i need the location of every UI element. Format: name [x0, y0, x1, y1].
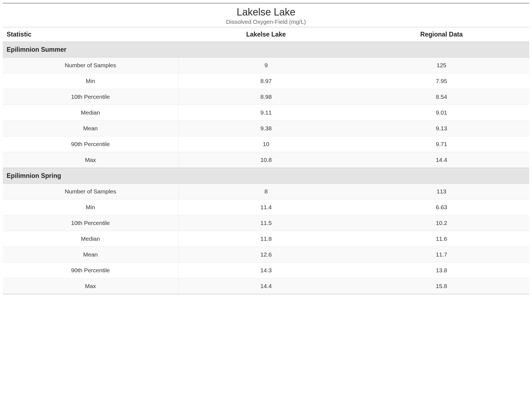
- stat-value-site: 11.5: [178, 215, 354, 231]
- col-header-regional: Regional Data: [354, 27, 529, 42]
- stat-value-site: 10: [178, 136, 354, 152]
- stat-label: Min: [3, 73, 178, 89]
- stat-value-regional: 9.13: [354, 121, 529, 136]
- stat-label: Median: [3, 231, 178, 247]
- stat-value-regional: 11.6: [354, 231, 529, 247]
- stat-label: Mean: [3, 247, 178, 263]
- stat-value-regional: 13.8: [354, 263, 529, 278]
- stat-label: 90th Percentile: [3, 136, 178, 152]
- stat-label: Mean: [3, 121, 178, 136]
- section-header: Epilimnion Spring: [3, 168, 529, 184]
- stat-value-site: 11.8: [178, 231, 354, 247]
- stat-value-site: 10.8: [178, 152, 354, 168]
- stat-value-regional: 125: [354, 58, 529, 73]
- stat-value-regional: 9.01: [354, 105, 529, 121]
- stat-label: Max: [3, 278, 178, 294]
- stat-value-regional: 113: [354, 184, 529, 200]
- section-header: Epilimnion Summer: [3, 42, 529, 58]
- stat-label: 90th Percentile: [3, 263, 178, 278]
- stat-value-site: 8.98: [178, 89, 354, 105]
- stat-value-site: 9: [178, 58, 354, 73]
- stat-value-regional: 9.71: [354, 136, 529, 152]
- stat-value-regional: 7.95: [354, 73, 529, 89]
- stat-value-site: 9.38: [178, 121, 354, 136]
- page-title: Lakelse Lake: [3, 6, 529, 18]
- stat-label: Max: [3, 152, 178, 168]
- stat-value-regional: 8.54: [354, 89, 529, 105]
- page-subtitle: Dissolved Oxygen-Field (mg/L): [3, 19, 529, 25]
- stat-value-regional: 6.63: [354, 200, 529, 215]
- stat-value-site: 9.11: [178, 105, 354, 121]
- stat-value-site: 8: [178, 184, 354, 200]
- stat-value-site: 12.6: [178, 247, 354, 263]
- stat-value-site: 14.4: [178, 278, 354, 294]
- col-header-statistic: Statistic: [3, 27, 178, 42]
- stat-label: 10th Percentile: [3, 215, 178, 231]
- stat-value-regional: 11.7: [354, 247, 529, 263]
- stat-value-site: 8.97: [178, 73, 354, 89]
- stat-label: Min: [3, 200, 178, 215]
- stat-label: 10th Percentile: [3, 89, 178, 105]
- stat-label: Number of Samples: [3, 184, 178, 200]
- table-header-block: Lakelse Lake Dissolved Oxygen-Field (mg/…: [3, 4, 529, 27]
- stat-label: Number of Samples: [3, 58, 178, 73]
- stat-value-site: 14.3: [178, 263, 354, 278]
- stat-value-regional: 10.2: [354, 215, 529, 231]
- stats-table: Statistic Lakelse Lake Regional Data Epi…: [3, 27, 529, 294]
- stat-value-regional: 15.8: [354, 278, 529, 294]
- col-header-site: Lakelse Lake: [178, 27, 354, 42]
- stat-value-site: 11.4: [178, 200, 354, 215]
- stat-value-regional: 14.4: [354, 152, 529, 168]
- stat-label: Median: [3, 105, 178, 121]
